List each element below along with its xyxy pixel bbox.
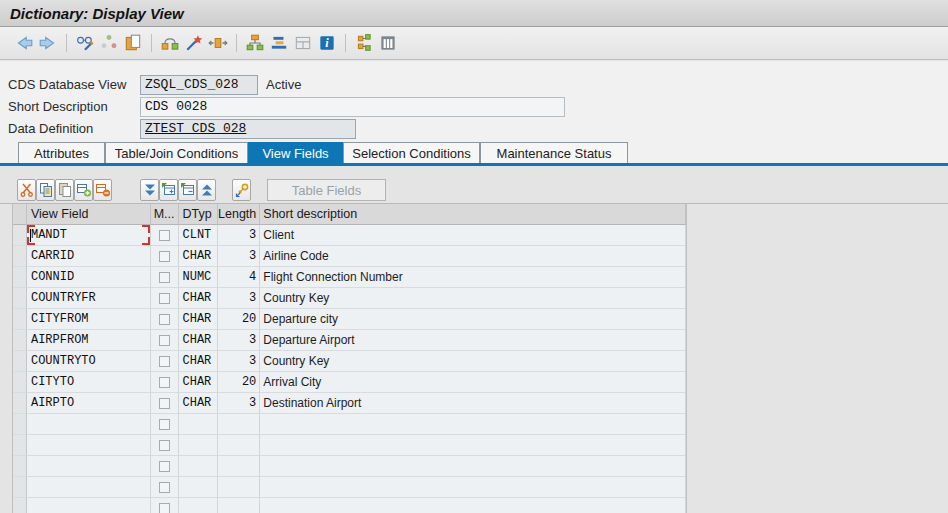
cell-view-field[interactable] [27, 477, 151, 498]
cell-dtyp[interactable]: CHAR [179, 330, 219, 351]
header-short-description[interactable]: Short description [260, 204, 686, 225]
cell-short-description[interactable] [260, 414, 686, 435]
cell-length[interactable]: 4 [218, 267, 260, 288]
expand-button[interactable] [159, 179, 178, 201]
page-up-button[interactable] [197, 179, 216, 201]
cell-view-field[interactable]: CITYFROM [27, 309, 151, 330]
copy-object-button[interactable] [121, 31, 145, 55]
cell-length[interactable] [218, 414, 260, 435]
cell-view-field[interactable]: MANDT [27, 225, 151, 246]
cell-dtyp[interactable]: CHAR [179, 288, 219, 309]
cell-dtyp[interactable] [179, 435, 219, 456]
tab-view-fields[interactable]: View Fields [248, 142, 343, 163]
page-down-button[interactable] [140, 179, 159, 201]
paste-button[interactable] [55, 179, 74, 201]
cell-dtyp[interactable]: NUMC [179, 267, 219, 288]
cell-length[interactable] [218, 435, 260, 456]
cell-view-field[interactable]: COUNTRYFR [27, 288, 151, 309]
cell-view-field[interactable]: AIRPTO [27, 393, 151, 414]
row-selector[interactable] [13, 225, 27, 246]
cell-short-description[interactable]: Flight Connection Number [260, 267, 686, 288]
cell-short-description[interactable]: Departure city [260, 309, 686, 330]
back-button[interactable] [12, 31, 36, 55]
row-selector[interactable] [13, 267, 27, 288]
row-selector[interactable] [13, 309, 27, 330]
row-selector[interactable] [13, 435, 27, 456]
cell-view-field[interactable] [27, 498, 151, 513]
cell-dtyp[interactable]: CHAR [179, 351, 219, 372]
header-view-field[interactable]: View Field [27, 204, 151, 225]
cell-view-field[interactable]: COUNTRYTO [27, 351, 151, 372]
cell-dtyp[interactable]: CHAR [179, 393, 219, 414]
row-selector[interactable] [13, 414, 27, 435]
cell-view-field[interactable]: CONNID [27, 267, 151, 288]
cell-length[interactable]: 3 [218, 351, 260, 372]
cell-view-field[interactable] [27, 435, 151, 456]
row-selector[interactable] [13, 372, 27, 393]
cell-view-field[interactable] [27, 456, 151, 477]
cell-view-field[interactable]: CITYTO [27, 372, 151, 393]
cut-button[interactable] [17, 179, 36, 201]
cell-length[interactable]: 3 [218, 288, 260, 309]
row-selector[interactable] [13, 246, 27, 267]
forward-button[interactable] [36, 31, 60, 55]
row-selector[interactable] [13, 456, 27, 477]
cell-dtyp[interactable]: CHAR [179, 372, 219, 393]
header-length[interactable]: Length [218, 204, 260, 225]
row-selector[interactable] [13, 330, 27, 351]
cell-dtyp[interactable]: CHAR [179, 246, 219, 267]
delete-row-button[interactable] [93, 179, 112, 201]
tab-table-join-conditions[interactable]: Table/Join Conditions [105, 142, 248, 163]
short-description-field[interactable]: CDS 0028 [140, 97, 565, 117]
cell-short-description[interactable]: Airline Code [260, 246, 686, 267]
sort-layers-button[interactable] [267, 31, 291, 55]
cell-short-description[interactable] [260, 435, 686, 456]
display-change-button[interactable] [73, 31, 97, 55]
row-selector[interactable] [13, 288, 27, 309]
cds-database-view-field[interactable]: ZSQL_CDS_028 [140, 75, 258, 95]
cell-dtyp[interactable]: CLNT [179, 225, 219, 246]
insert-row-button[interactable] [74, 179, 93, 201]
cell-dtyp[interactable] [179, 498, 219, 513]
cell-length[interactable]: 3 [218, 246, 260, 267]
cell-length[interactable]: 3 [218, 225, 260, 246]
hierarchy-button[interactable] [243, 31, 267, 55]
cell-view-field[interactable]: CARRID [27, 246, 151, 267]
cell-length[interactable]: 20 [218, 372, 260, 393]
cell-length[interactable] [218, 477, 260, 498]
tab-attributes[interactable]: Attributes [18, 142, 105, 163]
cell-short-description[interactable] [260, 477, 686, 498]
cell-view-field[interactable] [27, 414, 151, 435]
refresh-button[interactable] [97, 31, 121, 55]
key-fields-button[interactable] [232, 179, 251, 201]
cell-length[interactable]: 3 [218, 330, 260, 351]
activate-button[interactable] [182, 31, 206, 55]
row-selector[interactable] [13, 351, 27, 372]
cell-short-description[interactable]: Country Key [260, 288, 686, 309]
cell-dtyp[interactable] [179, 456, 219, 477]
object-blocks-button[interactable] [352, 31, 376, 55]
where-used-button[interactable] [158, 31, 182, 55]
data-definition-field[interactable]: ZTEST_CDS_028 [140, 119, 356, 139]
cell-short-description[interactable]: Arrival City [260, 372, 686, 393]
header-m[interactable]: M... [151, 204, 179, 225]
cell-length[interactable] [218, 498, 260, 513]
copy-button[interactable] [36, 179, 55, 201]
row-selector[interactable] [13, 393, 27, 414]
move-object-button[interactable] [206, 31, 230, 55]
cell-short-description[interactable]: Departure Airport [260, 330, 686, 351]
cell-length[interactable] [218, 456, 260, 477]
header-selector-column[interactable] [13, 204, 27, 225]
cell-dtyp[interactable] [179, 477, 219, 498]
cell-view-field[interactable]: AIRPFROM [27, 330, 151, 351]
cell-short-description[interactable]: Destination Airport [260, 393, 686, 414]
collapse-button[interactable] [178, 179, 197, 201]
cell-short-description[interactable]: Client [260, 225, 686, 246]
cell-dtyp[interactable] [179, 414, 219, 435]
row-selector[interactable] [13, 477, 27, 498]
tab-maintenance-status[interactable]: Maintenance Status [480, 142, 628, 163]
row-selector[interactable] [13, 498, 27, 513]
cell-short-description[interactable] [260, 456, 686, 477]
cell-length[interactable]: 20 [218, 309, 260, 330]
cell-length[interactable]: 3 [218, 393, 260, 414]
